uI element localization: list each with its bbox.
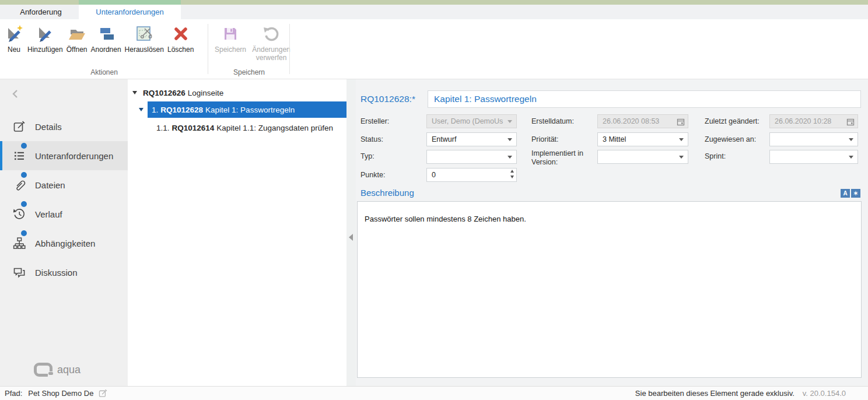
badge-dot (21, 201, 27, 207)
tree-row[interactable]: RQ1012626Loginseite (128, 85, 346, 100)
chevron-down-icon (849, 138, 853, 141)
arrange-rectangles-icon (96, 23, 116, 44)
status-select[interactable]: Entwurf (426, 132, 517, 146)
oeffnen-button[interactable]: Öffnen (65, 23, 89, 54)
extract-scissors-icon (134, 23, 154, 44)
prioritaet-label: Priorität: (531, 135, 592, 144)
prioritaet-value: 3 Mittel (603, 135, 626, 143)
calendar-icon (677, 118, 685, 126)
undo-arrow-icon (261, 23, 281, 44)
status-bar: Pfad: Pet Shop Demo De Sie bearbeiten di… (0, 386, 868, 400)
zuletzt-geaendert-field[interactable]: 26.06.2020 10:28 (769, 114, 858, 128)
neu-button-label: Neu (8, 46, 20, 54)
ribbon-group-speichern-label: Speichern (208, 68, 290, 76)
anordnen-button-label: Anordnen (91, 46, 121, 54)
title-input[interactable] (428, 90, 861, 108)
punkte-stepper[interactable]: 0 (426, 168, 517, 182)
ribbon-group-separator (289, 24, 290, 74)
zuletzt-geaendert-value: 26.06.2020 10:28 (775, 117, 831, 125)
tree-row-title: Kapitel 1.1: Zugangsdaten prüfen (216, 124, 333, 132)
neu-button[interactable]: Neu (2, 23, 26, 54)
sidebar-item-label: Diskussion (35, 268, 78, 278)
chevron-down-icon (679, 156, 684, 159)
list-icon (12, 148, 27, 163)
tree-row-selected[interactable]: 1.RQ1012628Kapitel 1: Passwortregeln (128, 101, 346, 118)
sidebar-item-details[interactable]: Details (0, 112, 128, 141)
sprint-label: Sprint: (705, 152, 768, 161)
sidebar-item-label: Abhängigkeiten (35, 238, 95, 248)
tree-row[interactable]: 1.1.RQ1012614Kapitel 1.1: Zugangsdaten p… (128, 120, 346, 135)
hinzufuegen-button-label: Hinzufügen (27, 46, 63, 54)
zuletzt-geaendert-label: Zuletzt geändert: (705, 117, 768, 126)
expander-icon[interactable] (139, 108, 144, 111)
beschreibung-text: Passwörter sollen mindestens 8 Zeichen h… (365, 215, 526, 223)
aenderungen-verwerfen-button[interactable]: Änderungen verwerfen (248, 23, 295, 62)
punkte-label: Punkte: (360, 171, 424, 180)
panel-splitter[interactable] (346, 79, 356, 386)
tab-anforderung[interactable]: Anforderung (3, 5, 79, 19)
translate-lang-icon[interactable]: ✶ (851, 189, 860, 198)
chevron-down-icon (508, 156, 512, 159)
edit-path-icon[interactable] (98, 388, 108, 398)
loeschen-button-label: Löschen (167, 46, 194, 54)
pfad-value: Pet Shop Demo De (28, 389, 93, 398)
save-floppy-icon (220, 23, 240, 44)
ribbon: Neu Hinzufügen (0, 19, 868, 79)
anordnen-button[interactable]: Anordnen (89, 23, 123, 54)
collapse-left-icon[interactable] (349, 234, 353, 241)
expander-icon[interactable] (132, 91, 137, 94)
sidebar-item-label: Details (35, 122, 62, 132)
translate-buttons: A ✶ (841, 189, 860, 198)
tab-unteranforderungen[interactable]: Unteranforderungen (79, 5, 181, 19)
implementiert-in-version-select[interactable] (597, 150, 688, 164)
herausloesen-button[interactable]: Herauslösen (123, 23, 166, 54)
badge-dot (21, 230, 27, 236)
history-clock-icon (12, 206, 27, 222)
sidebar-item-abhaengigkeiten[interactable]: Abhängigkeiten (0, 229, 128, 258)
aqua-logo: aqua (34, 363, 80, 377)
tab-bar: Anforderung Unteranforderungen (0, 5, 868, 19)
chevron-down-icon (679, 138, 684, 141)
implementiert-in-version-label: Implementiert in Version: (531, 149, 589, 167)
ersteller-label: Ersteller: (360, 117, 424, 126)
zugewiesen-an-label: Zugewiesen an: (705, 135, 768, 144)
active-tab-accent (79, 0, 181, 5)
sprint-select[interactable] (769, 150, 858, 164)
tree-selection[interactable]: 1.RQ1012628Kapitel 1: Passwortregeln (148, 101, 346, 118)
sidebar-item-diskussion[interactable]: Diskussion (0, 258, 128, 287)
chevron-down-icon (849, 156, 853, 159)
exclusive-edit-message: Sie bearbeiten dieses Element gerade exk… (635, 389, 794, 398)
aqua-logo-icon (34, 363, 52, 377)
loeschen-button[interactable]: Löschen (166, 23, 195, 54)
detail-panel: RQ1012628:* Ersteller: User, Demo (DemoU… (356, 79, 868, 386)
hierarchy-icon (12, 236, 27, 251)
chevron-left-icon (9, 87, 22, 100)
prioritaet-select[interactable]: 3 Mittel (597, 132, 688, 146)
beschreibung-editor[interactable]: Passwörter sollen mindestens 8 Zeichen h… (357, 201, 862, 378)
requirement-id-label: RQ1012628:* (360, 90, 415, 108)
status-value: Entwurf (432, 135, 456, 143)
sidebar-item-dateien[interactable]: Dateien (0, 170, 128, 199)
hinzufuegen-button[interactable]: Hinzufügen (26, 23, 65, 54)
translate-a-icon[interactable]: A (841, 189, 850, 198)
edit-pencil-icon (12, 119, 27, 134)
tree-row-id: RQ1012628 (160, 106, 203, 114)
sidebar-item-verlauf[interactable]: Verlauf (0, 199, 128, 229)
delete-x-icon (171, 23, 191, 44)
tree-row-id: RQ1012614 (172, 124, 215, 132)
typ-select[interactable] (426, 150, 517, 164)
sidebar-item-unteranforderungen[interactable]: Unteranforderungen (0, 141, 128, 170)
ribbon-group-speichern: Speichern Änderungen verwerfen Speichern (208, 19, 290, 79)
erstelldatum-field[interactable]: 26.06.2020 08:53 (597, 114, 688, 128)
ersteller-select[interactable]: User, Demo (DemoUs ... (426, 114, 517, 128)
badge-dot (21, 143, 27, 149)
zugewiesen-an-select[interactable] (769, 132, 858, 146)
spinner-arrows-icon[interactable] (510, 170, 514, 178)
speichern-button[interactable]: Speichern (213, 23, 248, 54)
pfad-label: Pfad: (5, 389, 22, 398)
tree-row-number: 1. (152, 106, 158, 114)
chevron-down-icon (508, 120, 512, 123)
add-pen-icon (35, 23, 55, 44)
speichern-button-label: Speichern (215, 46, 246, 54)
sidebar-collapse-button[interactable] (9, 87, 22, 100)
